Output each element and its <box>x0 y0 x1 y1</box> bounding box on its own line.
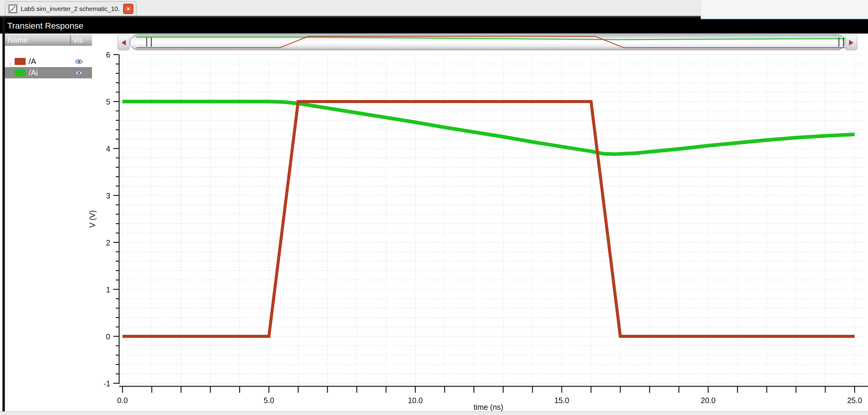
y-tick-label: -1 <box>103 379 110 388</box>
trace-Ai <box>122 101 855 154</box>
waveform-viewer-window: Lab5 sim_inverter_2 schematic_10... × Tr… <box>0 0 868 415</box>
x-axis-title: time (ns) <box>473 403 503 411</box>
y-tick-label: 0 <box>106 332 110 341</box>
y-tick-label: 1 <box>106 286 110 294</box>
x-tick-label: 15.0 <box>554 396 569 405</box>
y-axis-title: V (V) <box>88 210 97 228</box>
y-tick-label: 6 <box>106 51 110 59</box>
overlapping-window-corner <box>701 0 868 19</box>
x-tick-label: 20.0 <box>701 396 716 405</box>
status-bar <box>0 411 868 415</box>
y-tick-label: 2 <box>106 238 110 247</box>
x-tick-label: 25.0 <box>847 396 862 405</box>
y-tick-label: 5 <box>106 97 110 106</box>
x-tick-label: 5.0 <box>264 396 274 405</box>
plot-canvas[interactable]: 6543210-10.05.010.015.020.025.0time (ns)… <box>0 0 868 415</box>
x-tick-label: 0.0 <box>117 396 128 405</box>
trace-A <box>122 101 855 336</box>
y-tick-label: 4 <box>106 145 110 153</box>
y-tick-label: 3 <box>106 191 110 200</box>
x-tick-label: 10.0 <box>408 396 423 405</box>
